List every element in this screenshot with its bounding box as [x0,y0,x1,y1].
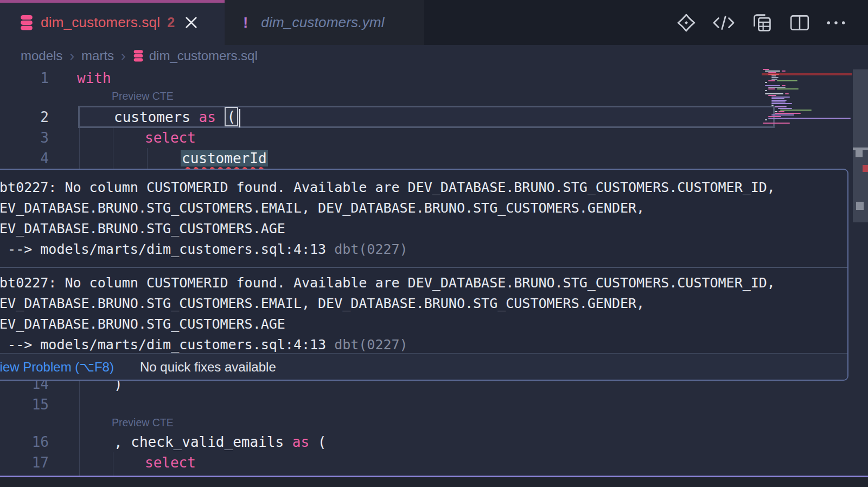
code-line[interactable]: 2customers as ( [0,107,760,127]
preview-cte-codelens[interactable]: Preview CTE [112,416,174,429]
close-tab-icon[interactable] [186,17,197,28]
tab-bar: dim_customers.sql 2 ! dim_customers.yml [0,0,868,45]
code-text[interactable]: with [77,68,111,88]
error-location-link[interactable]: --> models/marts/dim_customers.sql:4:13 [0,241,334,257]
code-text[interactable]: customers as ( [114,107,240,127]
code-text[interactable]: customerId [181,148,268,169]
error-code: dbt(0227) [334,241,407,257]
scrollbar [853,66,868,487]
error-location-line: --> models/marts/dim_customers.sql:4:13 … [0,239,847,260]
editor-actions [676,0,846,45]
database-icon [20,15,34,30]
code-text[interactable]: , check_valid_emails as ( [114,432,326,452]
code-editor[interactable]: 1with2customers as (3select4customerId14… [0,66,868,487]
database-icon [133,50,144,62]
code-line[interactable]: 16, check_valid_emails as ( [0,432,760,452]
breadcrumb-item-marts[interactable]: marts [81,48,114,63]
scrollbar-slider[interactable] [853,69,868,222]
chevron-right-icon: › [69,49,74,62]
line-number[interactable]: 2 [0,107,49,127]
active-tab-indicator [0,0,225,3]
overview-ruler-mark [856,202,864,210]
no-quick-fixes-label: No quick fixes available [140,360,276,375]
code-line[interactable]: 15 [0,394,760,415]
error-message-line: dbt0227: No column CUSTOMERID found. Ava… [0,177,847,198]
hover-footer: View Problem (⌥F8) No quick fixes availa… [0,353,847,380]
line-number[interactable]: 16 [0,432,49,452]
bottom-strip [0,477,868,487]
bracket-match-box: ( [225,107,239,126]
error-message-line: DEV_DATABASE.BRUNO.STG_CUSTOMERS.EMAIL, … [0,198,847,219]
error-code: dbt(0227) [334,337,407,353]
error-message-line: DEV_DATABASE.BRUNO.STG_CUSTOMERS.AGE [0,314,847,335]
line-number[interactable]: 15 [0,394,49,415]
error-location-line: --> models/marts/dim_customers.sql:4:13 … [0,335,847,355]
breadcrumb: models › marts › dim_customers.sql [0,45,868,66]
code-line[interactable]: 4customerId [0,148,760,169]
editor-window: dim_customers.sql 2 ! dim_customers.yml [0,0,868,487]
code-text[interactable]: select [145,452,196,473]
split-editor-icon[interactable] [789,13,810,33]
breadcrumb-item-models[interactable]: models [21,48,62,63]
text-cursor [239,109,240,127]
minimap-line [762,123,852,124]
tab-dim-customers-yml[interactable]: ! dim_customers.yml [225,0,424,45]
query-results-icon[interactable] [751,12,774,34]
line-number[interactable]: 3 [0,127,49,148]
code-text[interactable]: select [145,127,196,148]
error-message-block: dbt0227: No column CUSTOMERID found. Ava… [0,170,847,267]
code-line[interactable]: 1with [0,68,760,88]
overview-ruler-mark [863,165,868,172]
error-marker-icon: ! [243,14,248,31]
line-number[interactable]: 17 [0,452,49,473]
error-highlighted-word: customerId [181,150,268,166]
error-message-block: dbt0227: No column CUSTOMERID found. Ava… [0,268,847,355]
tab-dim-customers-sql[interactable]: dim_customers.sql 2 [0,0,225,45]
line-number[interactable]: 1 [0,68,49,88]
error-hover-popup: dbt0227: No column CUSTOMERID found. Ava… [0,169,848,381]
view-problem-link[interactable]: View Problem (⌥F8) [0,360,114,375]
code-line[interactable]: 3select [0,127,760,148]
tab-title: dim_customers.yml [261,14,384,31]
overview-ruler-mark [856,150,863,157]
error-message-line: DEV_DATABASE.BRUNO.STG_CUSTOMERS.AGE [0,219,847,239]
error-location-link[interactable]: --> models/marts/dim_customers.sql:4:13 [0,337,334,353]
preview-cte-codelens[interactable]: Preview CTE [112,90,174,102]
chevron-right-icon: › [121,49,126,62]
dbt-logo-icon[interactable] [676,12,697,33]
breadcrumb-item-file[interactable]: dim_customers.sql [149,48,258,63]
error-message-line: DEV_DATABASE.BRUNO.STG_CUSTOMERS.EMAIL, … [0,293,847,314]
code-line[interactable]: 17select [0,452,760,473]
more-actions-icon[interactable] [826,20,846,26]
tab-problem-badge: 2 [167,15,175,30]
tab-title: dim_customers.sql [41,14,160,31]
error-message-line: dbt0227: No column CUSTOMERID found. Ava… [0,273,847,293]
compiled-code-icon[interactable] [712,14,736,32]
line-number[interactable]: 4 [0,148,49,169]
